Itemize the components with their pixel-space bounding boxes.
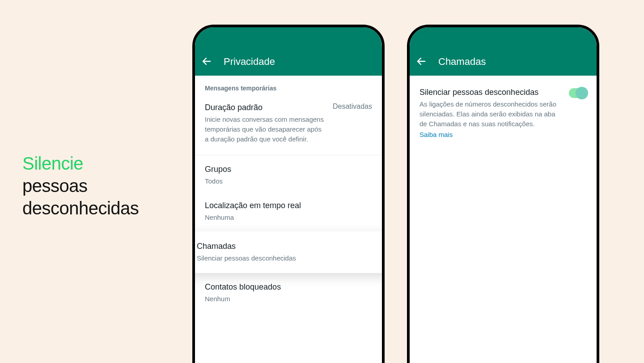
- headline-line3: desconhecidas: [22, 197, 139, 219]
- row-desc: Nenhuma: [205, 213, 372, 222]
- row-desc: Inicie novas conversas com mensagens tem…: [205, 115, 326, 144]
- row-title: Duração padrão: [205, 102, 326, 113]
- arrow-left-icon: [416, 56, 427, 67]
- appbar-calls: Chamadas: [410, 27, 597, 76]
- section-header-temp-messages: Mensagens temporárias: [195, 76, 382, 95]
- appbar-title: Chamadas: [438, 56, 486, 68]
- row-live-location[interactable]: Localização em tempo real Nenhuma: [195, 193, 382, 230]
- row-desc: Silenciar pessoas desconhecidas: [197, 253, 380, 263]
- row-title: Localização em tempo real: [205, 201, 372, 211]
- back-button[interactable]: [200, 55, 213, 68]
- row-title: Chamadas: [197, 241, 380, 252]
- row-calls-highlighted[interactable]: Chamadas Silenciar pessoas desconhecidas: [192, 231, 385, 273]
- privacy-content: Mensagens temporárias Duração padrão Ini…: [195, 76, 382, 311]
- row-silence-unknown[interactable]: Silenciar pessoas desconhecidas As ligaç…: [410, 76, 597, 146]
- silence-unknown-toggle[interactable]: [569, 88, 587, 98]
- appbar-title: Privacidade: [224, 56, 275, 68]
- back-button[interactable]: [415, 55, 428, 68]
- arrow-left-icon: [201, 56, 212, 67]
- row-default-duration[interactable]: Duração padrão Inicie novas conversas co…: [195, 95, 382, 151]
- marketing-headline: Silencie pessoas desconhecidas: [22, 152, 139, 219]
- row-title: Grupos: [205, 164, 372, 175]
- headline-line2: pessoas: [22, 175, 139, 197]
- phone-calls: Chamadas Silenciar pessoas desconhecidas…: [407, 25, 599, 363]
- row-title: Contatos bloqueados: [205, 282, 372, 292]
- row-desc: Todos: [205, 176, 372, 186]
- row-title: Silenciar pessoas desconhecidas: [419, 87, 562, 98]
- learn-more-link[interactable]: Saiba mais: [419, 131, 453, 138]
- row-desc: Nenhum: [205, 294, 372, 304]
- phone-privacy: Privacidade Mensagens temporárias Duraçã…: [192, 25, 385, 363]
- row-desc: As ligações de números desconhecidos ser…: [419, 99, 562, 128]
- headline-line1: Silencie: [22, 152, 139, 175]
- appbar-privacy: Privacidade: [195, 27, 382, 76]
- calls-content: Silenciar pessoas desconhecidas As ligaç…: [410, 76, 597, 146]
- row-blocked-contacts[interactable]: Contatos bloqueados Nenhum: [195, 275, 382, 311]
- row-value: Desativadas: [333, 102, 372, 144]
- divider: [195, 155, 382, 155]
- row-groups[interactable]: Grupos Todos: [195, 157, 382, 193]
